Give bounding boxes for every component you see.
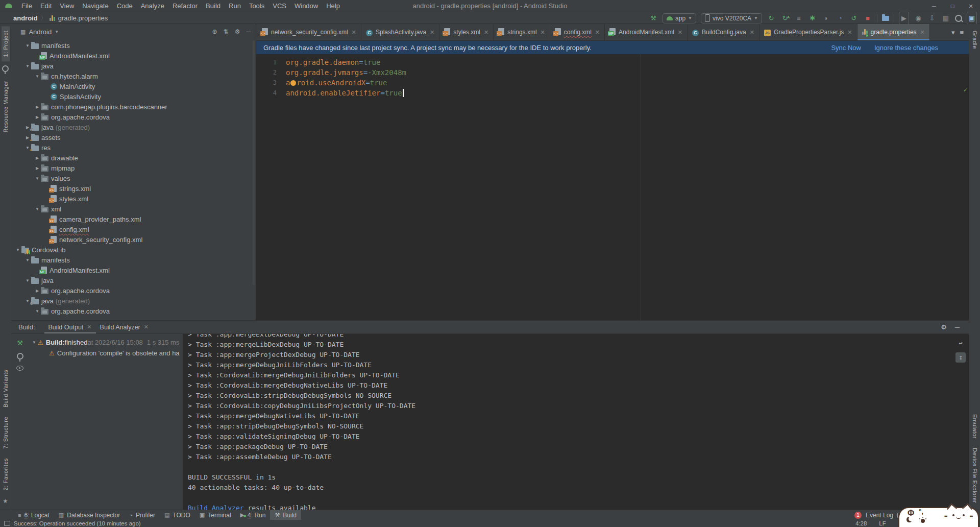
build-analyzer-link[interactable]: Build Analyzer [188, 504, 244, 510]
build-tree-row[interactable]: ▼⚠Build: finished at 2022/6/16 15:081 s … [29, 337, 183, 348]
tree-row[interactable]: ▼java [11, 275, 256, 285]
profiler-list-icon[interactable]: ≡ [794, 12, 803, 24]
cpu-profiler-icon[interactable]: ◔ [836, 12, 845, 24]
breadcrumb-file[interactable]: gradle.properties [58, 14, 108, 22]
project-structure-icon[interactable] [882, 16, 889, 21]
close-icon[interactable]: ✕ [750, 29, 754, 36]
code-editor[interactable]: 1org.gradle.daemon=true2org.gradle.jvmar… [256, 54, 969, 320]
tree-row[interactable]: <>config.xml [11, 224, 256, 234]
tab-network-security-config-xml[interactable]: <>network_security_config.xml✕ [257, 24, 361, 40]
maximize-button[interactable]: □ [943, 0, 962, 12]
caret-position[interactable]: 4:28 [855, 520, 867, 526]
tree-expanded-arrow-icon[interactable]: ▼ [24, 43, 31, 48]
tree-row[interactable]: CMainActivity [11, 81, 256, 91]
build-tab-build-output[interactable]: Build Output✕ [44, 321, 96, 333]
line-ending[interactable]: LF [879, 520, 886, 526]
tree-row[interactable]: ▼xml [11, 204, 256, 214]
tree-row[interactable]: ▶≡assets [11, 132, 256, 142]
rerun-build-hammer-icon[interactable]: ⚒ [17, 339, 23, 347]
tree-row[interactable]: MFAndroidManifest.xml [11, 265, 256, 275]
scroll-to-end-icon[interactable]: ↧ [955, 352, 966, 363]
menu-run[interactable]: Run [225, 2, 245, 10]
tab-config-xml[interactable]: <>config.xml✕ [550, 24, 605, 40]
locate-file-icon[interactable]: ⊕ [212, 28, 217, 35]
stripe-emulator[interactable]: Emulator [971, 410, 979, 443]
device-combo[interactable]: vivo V2020CA▼ [701, 13, 762, 23]
tree-collapsed-arrow-icon[interactable]: ▶ [34, 115, 41, 119]
menu-tools[interactable]: Tools [245, 2, 268, 10]
toolwindow-terminal[interactable]: ▣Terminal [195, 510, 236, 520]
tree-row[interactable]: ▼CordovaLib [11, 245, 256, 255]
tree-row[interactable]: ▼java [11, 61, 256, 71]
tree-row[interactable]: ▼≡res [11, 142, 256, 153]
run-config-combo[interactable]: app▼ [663, 13, 696, 23]
menu-navigate[interactable]: Navigate [78, 2, 112, 10]
project-scrollbar[interactable] [253, 40, 255, 285]
tab-gradle-properties[interactable]: gradle.properties✕ [857, 24, 930, 40]
close-icon[interactable]: ✕ [595, 29, 600, 36]
sync-now-link[interactable]: Sync Now [831, 44, 861, 52]
favorites-star-icon[interactable]: ★ [3, 495, 8, 508]
hide-panel-icon[interactable]: ─ [246, 28, 251, 35]
menu-refactor[interactable]: Refactor [168, 2, 202, 10]
menu-vcs[interactable]: VCS [268, 2, 290, 10]
tree-expanded-arrow-icon[interactable]: ▼ [24, 64, 31, 68]
minimize-button[interactable]: ─ [925, 0, 943, 12]
tab-strings-xml[interactable]: <>strings.xml✕ [494, 24, 550, 40]
pin-icon[interactable] [2, 65, 9, 72]
stop-icon[interactable]: ■ [863, 12, 872, 24]
tree-row[interactable]: <>network_security_config.xml [11, 234, 256, 245]
menu-build[interactable]: Build [202, 2, 225, 10]
tree-row[interactable]: <>strings.xml [11, 183, 256, 194]
tree-row[interactable]: CSplashActivity [11, 91, 256, 102]
build-hide-panel-icon[interactable]: ─ [955, 323, 960, 331]
menu-help[interactable]: Help [322, 2, 344, 10]
event-log-button[interactable]: Event Log [866, 512, 893, 519]
attach-debugger-icon[interactable]: ◗ [822, 12, 831, 24]
menu-code[interactable]: Code [113, 2, 137, 10]
toolwindow-profiler[interactable]: ◔Profiler [125, 510, 160, 520]
close-icon[interactable]: ✕ [87, 324, 91, 330]
debug-bug-icon[interactable]: ✱ [808, 12, 817, 24]
tree-row[interactable]: ▼values [11, 173, 256, 183]
breadcrumb-project[interactable]: android [13, 14, 38, 22]
tree-expanded-arrow-icon[interactable]: ▼ [34, 207, 41, 211]
tree-expanded-arrow-icon[interactable]: ▼ [34, 74, 41, 79]
close-icon[interactable]: ✕ [484, 29, 488, 36]
settings-gear-icon[interactable]: ⚙ [235, 28, 240, 35]
close-icon[interactable]: ✕ [352, 29, 356, 36]
tree-row[interactable]: ▼manifests [11, 255, 256, 265]
tab-splashactivity-java[interactable]: CSplashActivity.java✕ [361, 24, 439, 40]
build-tree-row[interactable]: ⚠Configuration 'compile' is obsolete and… [29, 348, 183, 358]
toolwindow-run[interactable]: ▶4: Run [236, 510, 271, 520]
project-view-selector[interactable]: Android [29, 28, 52, 36]
tree-row[interactable]: ▼⚙java(generated) [11, 296, 256, 306]
tree-row[interactable]: ▼org.apache.cordova [11, 306, 256, 316]
tab-styles-xml[interactable]: <>styles.xml✕ [439, 24, 494, 40]
build-tab-build-analyzer[interactable]: Build Analyzer✕ [96, 321, 153, 333]
close-icon[interactable]: ✕ [541, 29, 545, 36]
close-icon[interactable]: ✕ [430, 29, 434, 36]
avd-manager-icon[interactable]: ▶ [899, 12, 909, 25]
stripe-7-structure[interactable]: 7: Structure [2, 412, 10, 453]
tree-row[interactable]: ▶org.apache.cordova [11, 112, 256, 122]
tree-row[interactable]: <>camera_provider_paths.xml [11, 214, 256, 224]
layout-panel-icon[interactable]: ▣ [967, 12, 977, 25]
tree-row[interactable]: ▶drawable [11, 153, 256, 163]
close-icon[interactable]: ✕ [144, 324, 149, 330]
tree-expanded-arrow-icon[interactable]: ▼ [31, 340, 38, 345]
pin-icon[interactable] [17, 353, 23, 360]
tab-gradlepropertiesparser-js[interactable]: JSGradlePropertiesParser.js✕ [760, 24, 857, 40]
build-settings-gear-icon[interactable]: ⚙ [941, 323, 947, 331]
menu-window[interactable]: Window [290, 2, 322, 10]
menu-analyze[interactable]: Analyze [137, 2, 168, 10]
toolwindow-build[interactable]: ⚒Build [270, 510, 301, 520]
apply-changes-icon[interactable]: ↻A [780, 12, 790, 24]
tab-list-icon[interactable]: ≡ [960, 29, 964, 36]
stripe-2-favorites[interactable]: 2: Favorites [2, 453, 10, 495]
sync-run-icon[interactable]: ↺ [849, 12, 859, 24]
tab-buildconfig-java[interactable]: CBuildConfig.java✕ [688, 24, 760, 40]
run-icon[interactable]: ↻ [767, 12, 776, 24]
tree-row[interactable]: ▶⚙java(generated) [11, 122, 256, 132]
filter-eye-icon[interactable] [16, 366, 23, 371]
